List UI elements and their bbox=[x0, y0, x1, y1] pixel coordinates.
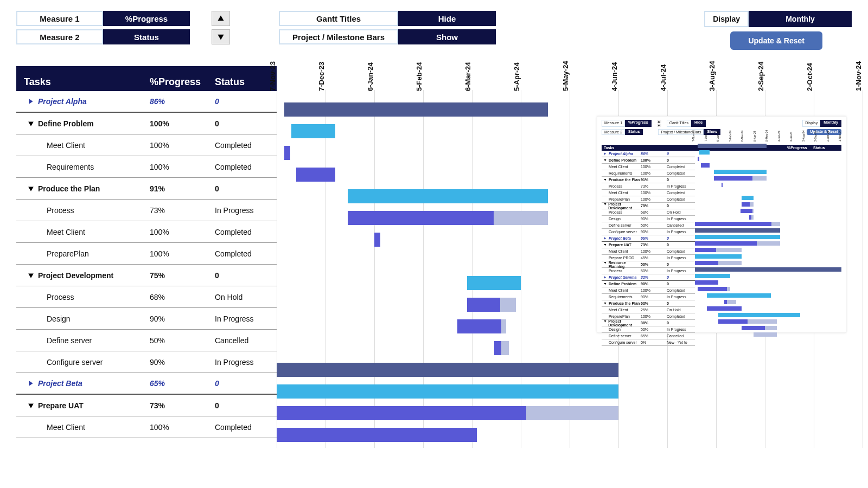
thumb-task-row: Configure server0%New - Yet to bbox=[602, 339, 695, 346]
task-progress: 100% bbox=[150, 228, 215, 236]
task-status: 0 bbox=[215, 119, 269, 128]
thumb-gantt-bar bbox=[695, 261, 742, 265]
gantt-bar-task[interactable] bbox=[277, 406, 618, 420]
gantt-bar-task[interactable] bbox=[457, 319, 506, 333]
grid-line bbox=[863, 90, 863, 448]
gantt-bar-phase[interactable] bbox=[291, 124, 335, 138]
gantt-bar-phase[interactable] bbox=[277, 384, 618, 399]
task-name: Design bbox=[38, 314, 150, 323]
thumb-task-row: Project Alpha86%0 bbox=[602, 151, 695, 157]
svg-marker-16 bbox=[604, 262, 607, 264]
task-progress: 100% bbox=[150, 163, 215, 171]
task-row[interactable]: Meet Client100%Completed bbox=[16, 416, 277, 438]
caret-right-icon[interactable] bbox=[24, 98, 38, 105]
thumb-date-label: 5-Apr-24 bbox=[753, 131, 756, 142]
thumb-task-row: Define Problem100%0 bbox=[602, 157, 695, 164]
date-tick-label: 7-Nov-23 bbox=[269, 61, 277, 91]
measure1-value[interactable]: %Progress bbox=[103, 11, 190, 26]
thumb-m2-value: Status bbox=[625, 129, 643, 135]
column-progress: %Progress bbox=[150, 76, 215, 88]
task-row[interactable]: Design90%In Progress bbox=[16, 308, 277, 330]
caret-down-icon[interactable] bbox=[24, 402, 38, 409]
task-row[interactable]: Requirements100%Completed bbox=[16, 156, 277, 178]
thumb-disp-value: Monthly bbox=[820, 120, 841, 127]
task-status: 0 bbox=[215, 97, 269, 106]
measure2-value[interactable]: Status bbox=[103, 29, 190, 44]
task-name: Project Beta bbox=[38, 379, 150, 388]
task-name: Meet Client bbox=[38, 423, 150, 432]
thumb-task-row: Meet Client100%Completed bbox=[602, 248, 695, 255]
gantt-bar-task[interactable] bbox=[348, 211, 548, 225]
thumb-gantt-bar bbox=[695, 274, 730, 278]
task-row[interactable]: PreparePlan100%Completed bbox=[16, 243, 277, 265]
gantt-titles-value[interactable]: Hide bbox=[398, 11, 496, 26]
task-name: Meet Client bbox=[38, 141, 150, 150]
task-row[interactable]: Project Beta65%0 bbox=[16, 373, 277, 395]
svg-marker-5 bbox=[28, 273, 34, 278]
display-value[interactable]: Monthly bbox=[749, 11, 852, 27]
task-row[interactable]: Produce the Plan91%0 bbox=[16, 178, 277, 200]
scroll-down-button[interactable] bbox=[212, 29, 230, 44]
caret-down-icon[interactable] bbox=[24, 185, 38, 192]
column-tasks: Tasks bbox=[24, 76, 150, 88]
scroll-up-button[interactable] bbox=[212, 11, 230, 26]
task-rows: Project Alpha86%0Define Problem100%0Meet… bbox=[16, 91, 277, 438]
caret-down-icon[interactable] bbox=[24, 272, 38, 279]
task-row[interactable]: Prepare UAT73%0 bbox=[16, 395, 277, 416]
milestone-bars-value[interactable]: Show bbox=[398, 29, 496, 44]
thumb-date-label: 6-Mar-24 bbox=[741, 131, 744, 142]
gantt-bar-task[interactable] bbox=[277, 428, 477, 442]
measure2-label: Measure 2 bbox=[16, 29, 103, 44]
gantt-bar-task[interactable] bbox=[494, 341, 509, 355]
date-tick-label: 2-Oct-24 bbox=[806, 63, 814, 91]
thumb-task-row: Design50%In Progress bbox=[602, 326, 695, 333]
caret-down-icon[interactable] bbox=[24, 120, 38, 127]
svg-marker-12 bbox=[604, 179, 607, 181]
task-progress: 73% bbox=[150, 401, 215, 410]
gantt-bar-project[interactable] bbox=[277, 363, 618, 377]
task-status: In Progress bbox=[215, 314, 269, 323]
thumb-gantt bbox=[695, 143, 843, 329]
task-row[interactable]: Define server50%Cancelled bbox=[16, 330, 277, 351]
svg-marker-4 bbox=[28, 187, 34, 191]
update-reset-button[interactable]: Update & Reset bbox=[730, 31, 822, 50]
thumb-gantt-bar bbox=[695, 248, 742, 252]
date-tick-label: 3-Aug-24 bbox=[708, 61, 716, 91]
task-row[interactable]: Process68%On Hold bbox=[16, 286, 277, 308]
measure-controls: Measure 1 %Progress Measure 2 Status bbox=[16, 11, 190, 44]
thumb-task-row: Project Development75%0 bbox=[602, 203, 695, 209]
task-row[interactable]: Meet Client100%Completed bbox=[16, 134, 277, 156]
gantt-bar-phase[interactable] bbox=[348, 189, 548, 203]
controls-bar: Measure 1 %Progress Measure 2 Status Gan… bbox=[16, 11, 852, 50]
gantt-bar-task[interactable] bbox=[284, 146, 291, 160]
thumb-m2-label: Measure 2 bbox=[602, 129, 625, 135]
thumb-gantt-bar bbox=[701, 163, 710, 168]
task-row[interactable]: Process73%In Progress bbox=[16, 200, 277, 221]
gantt-bar-task[interactable] bbox=[374, 233, 380, 247]
task-name: Requirements bbox=[38, 163, 150, 171]
caret-right-icon[interactable] bbox=[24, 380, 38, 387]
thumb-task-row: Project Development38%0 bbox=[602, 320, 695, 326]
task-status: On Hold bbox=[215, 293, 269, 301]
gantt-bar-task[interactable] bbox=[467, 298, 516, 312]
date-tick-label: 1-Nov-24 bbox=[854, 61, 863, 91]
gantt-bar-project[interactable] bbox=[284, 102, 548, 117]
task-row[interactable]: Meet Client100%Completed bbox=[16, 221, 277, 243]
gantt-bar-phase[interactable] bbox=[467, 276, 521, 290]
task-row[interactable]: Project Development75%0 bbox=[16, 265, 277, 286]
task-row[interactable]: Project Alpha86%0 bbox=[16, 91, 277, 113]
gantt-bar-remaining bbox=[500, 298, 516, 312]
thumb-task-row: Meet Client100%Completed bbox=[602, 287, 695, 294]
thumb-task-row: Meet Client25%On Hold bbox=[602, 307, 695, 313]
gantt-bar-remaining bbox=[501, 341, 509, 355]
svg-marker-0 bbox=[218, 15, 224, 21]
gantt-bar-task[interactable] bbox=[296, 168, 335, 182]
svg-marker-14 bbox=[604, 237, 606, 240]
date-tick-label: 4-Jun-24 bbox=[610, 62, 618, 91]
task-row[interactable]: Configure server90%In Progress bbox=[16, 351, 277, 373]
task-row[interactable]: Define Problem100%0 bbox=[16, 113, 277, 134]
task-progress: 100% bbox=[150, 423, 215, 432]
thumb-task-row: Requirements90%In Progress bbox=[602, 294, 695, 300]
thumb-task-row: Prepare UAT73%0 bbox=[602, 242, 695, 248]
thumb-gantt-bar bbox=[724, 300, 736, 304]
